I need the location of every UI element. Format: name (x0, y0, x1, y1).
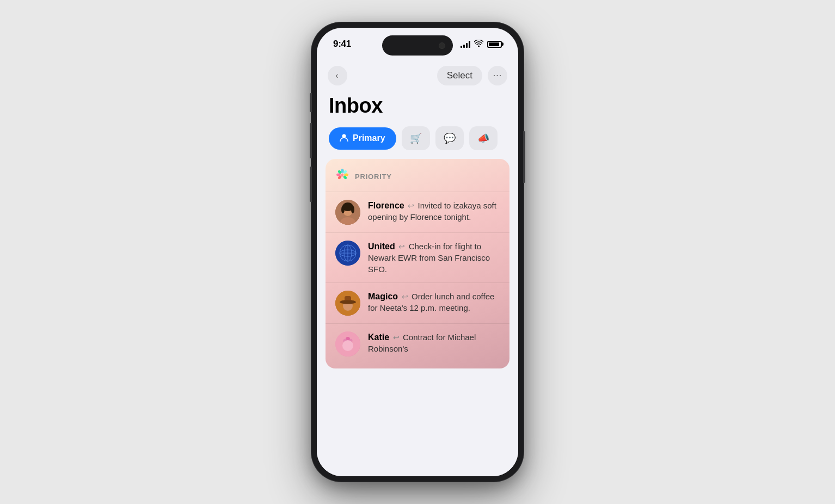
email-preview-magico: Magico ↩ Order lunch and coffee for Neet… (368, 291, 500, 314)
signal-bar-4 (469, 41, 470, 48)
svg-point-28 (340, 300, 356, 304)
email-sender-florence: Florence (368, 201, 404, 210)
mute-button[interactable] (310, 93, 312, 112)
person-icon (340, 133, 348, 144)
chevron-left-icon: ‹ (335, 71, 338, 81)
svg-point-33 (342, 340, 353, 351)
email-item-united[interactable]: United ↩ Check-in for flight to Newark E… (326, 232, 509, 282)
avatar-katie (335, 331, 360, 357)
phone-shell: 9:41 (311, 22, 524, 482)
email-sender-united: United (368, 242, 395, 251)
email-preview-united: United ↩ Check-in for flight to Newark E… (368, 241, 500, 275)
avatar-magico (335, 291, 360, 316)
email-sender-katie: Katie (368, 333, 389, 342)
power-button[interactable] (523, 131, 525, 183)
megaphone-icon: 📣 (477, 132, 489, 144)
email-body-florence: Florence ↩ Invited to izakaya soft openi… (368, 200, 500, 223)
ellipsis-icon: ··· (493, 71, 502, 81)
avatar-united (335, 241, 360, 266)
volume-down-button[interactable] (310, 167, 312, 202)
battery-icon (487, 41, 502, 48)
status-time: 9:41 (333, 39, 351, 50)
tab-primary-label: Primary (353, 133, 385, 143)
reply-icon-united: ↩ (398, 242, 405, 251)
sparkle-icon (335, 168, 349, 185)
nav-right-actions: Select ··· (437, 66, 507, 85)
svg-point-15 (341, 206, 345, 213)
email-preview-katie: Katie ↩ Contract for Michael Robinson's (368, 331, 500, 354)
volume-up-button[interactable] (310, 123, 312, 158)
tab-promotions[interactable]: 📣 (469, 126, 498, 150)
svg-point-11 (341, 174, 344, 176)
dynamic-island (382, 35, 453, 56)
reply-icon-magico: ↩ (402, 292, 408, 301)
signal-bar-3 (466, 43, 468, 48)
reply-icon-florence: ↩ (408, 201, 414, 210)
select-button[interactable]: Select (437, 66, 482, 85)
tab-primary[interactable]: Primary (329, 127, 396, 150)
priority-label: PRIORITY (355, 173, 392, 181)
page-title: Inbox (317, 90, 518, 126)
priority-card: PRIORITY (326, 159, 509, 368)
shopping-cart-icon: 🛒 (410, 132, 422, 144)
avatar-florence (335, 200, 360, 225)
screen: 9:41 (317, 28, 518, 476)
email-item-katie[interactable]: Katie ↩ Contract for Michael Robinson's (326, 323, 509, 364)
email-body-magico: Magico ↩ Order lunch and coffee for Neet… (368, 291, 500, 314)
signal-bars-icon (461, 41, 470, 48)
camera-dot (439, 42, 445, 49)
filter-tabs: Primary 🛒 💬 📣 (317, 126, 518, 159)
tab-messages[interactable]: 💬 (435, 126, 464, 150)
email-body-united: United ↩ Check-in for flight to Newark E… (368, 241, 500, 275)
chat-bubble-icon: 💬 (444, 132, 456, 144)
tab-shopping[interactable]: 🛒 (402, 126, 430, 150)
svg-point-4 (336, 174, 341, 176)
more-button[interactable]: ··· (488, 66, 507, 85)
battery-fill (489, 42, 499, 46)
email-sender-magico: Magico (368, 292, 398, 301)
email-item-florence[interactable]: Florence ↩ Invited to izakaya soft openi… (326, 192, 509, 232)
signal-bar-2 (463, 45, 465, 48)
svg-point-5 (344, 174, 348, 176)
priority-header: PRIORITY (326, 168, 509, 192)
back-button[interactable]: ‹ (328, 66, 347, 85)
wifi-icon (474, 40, 483, 48)
email-preview-florence: Florence ↩ Invited to izakaya soft openi… (368, 200, 500, 223)
signal-bar-1 (461, 46, 462, 48)
svg-point-16 (351, 206, 354, 213)
email-body-katie: Katie ↩ Contract for Michael Robinson's (368, 331, 500, 354)
email-item-magico[interactable]: Magico ↩ Order lunch and coffee for Neet… (326, 282, 509, 323)
nav-bar: ‹ Select ··· (317, 60, 518, 90)
svg-point-3 (341, 169, 344, 173)
reply-icon-katie: ↩ (393, 333, 400, 342)
status-icons (461, 40, 502, 48)
content-area: ‹ Select ··· Inbox (317, 60, 518, 476)
